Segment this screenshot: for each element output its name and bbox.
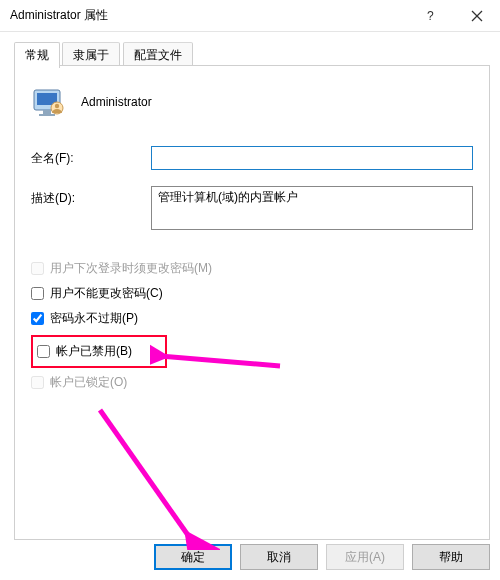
check-must-change: 用户下次登录时须更改密码(M) [31, 260, 473, 277]
help-icon: ? [425, 10, 437, 22]
tab-panel-general: Administrator 全名(F): 描述(D): 用户下次登录时须更改密码… [14, 66, 490, 540]
checkbox-never-expires[interactable] [31, 312, 44, 325]
tab-general[interactable]: 常规 [14, 42, 60, 68]
label-locked: 帐户已锁定(O) [50, 374, 127, 391]
description-input[interactable] [151, 186, 473, 230]
apply-button[interactable]: 应用(A) [326, 544, 404, 570]
tabs: 常规 隶属于 配置文件 [14, 42, 490, 66]
label-fullname: 全名(F): [31, 146, 151, 167]
checkbox-locked [31, 376, 44, 389]
check-cannot-change[interactable]: 用户不能更改密码(C) [31, 285, 473, 302]
svg-rect-6 [39, 114, 55, 116]
checkbox-must-change [31, 262, 44, 275]
cancel-button[interactable]: 取消 [240, 544, 318, 570]
svg-text:?: ? [427, 10, 434, 22]
tab-profile[interactable]: 配置文件 [123, 42, 193, 68]
highlight-account-disabled: 帐户已禁用(B) [31, 335, 167, 368]
label-account-disabled: 帐户已禁用(B) [56, 343, 132, 360]
check-never-expires[interactable]: 密码永不过期(P) [31, 310, 473, 327]
user-header: Administrator [31, 84, 473, 120]
svg-point-8 [55, 104, 59, 108]
row-fullname: 全名(F): [31, 146, 473, 170]
tab-memberof[interactable]: 隶属于 [62, 42, 120, 68]
row-description: 描述(D): [31, 186, 473, 230]
label-must-change: 用户下次登录时须更改密码(M) [50, 260, 212, 277]
check-account-disabled[interactable]: 帐户已禁用(B) [37, 343, 132, 360]
dialog-help-button[interactable]: 帮助 [412, 544, 490, 570]
label-never-expires: 密码永不过期(P) [50, 310, 138, 327]
label-cannot-change: 用户不能更改密码(C) [50, 285, 163, 302]
close-button[interactable] [454, 0, 500, 32]
fullname-input[interactable] [151, 146, 473, 170]
ok-button[interactable]: 确定 [154, 544, 232, 570]
dialog-buttons: 确定 取消 应用(A) 帮助 [14, 544, 490, 570]
user-display-name: Administrator [81, 95, 152, 109]
user-icon [31, 84, 67, 120]
window-title: Administrator 属性 [10, 7, 408, 24]
check-locked: 帐户已锁定(O) [31, 374, 473, 391]
titlebar: Administrator 属性 ? [0, 0, 500, 32]
checkbox-account-disabled[interactable] [37, 345, 50, 358]
help-button[interactable]: ? [408, 0, 454, 32]
label-description: 描述(D): [31, 186, 151, 207]
svg-rect-5 [43, 110, 51, 114]
checkbox-cannot-change[interactable] [31, 287, 44, 300]
close-icon [471, 10, 483, 22]
